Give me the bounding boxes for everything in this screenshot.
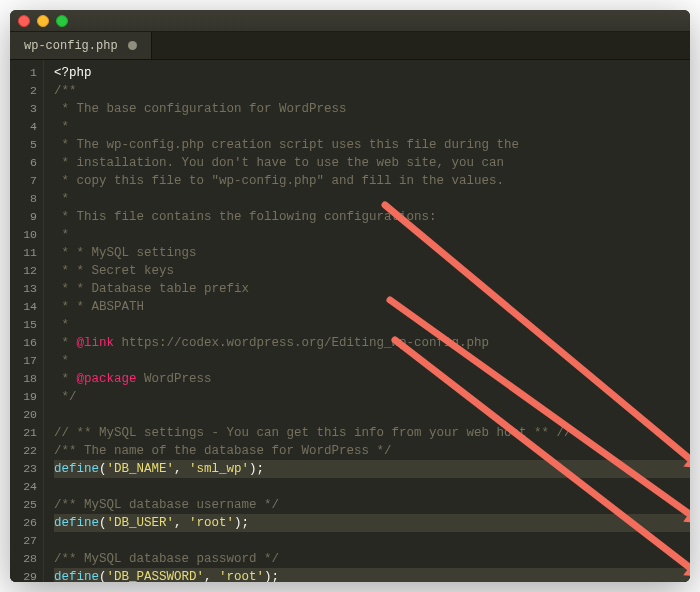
tab-bar: wp-config.php	[10, 32, 690, 60]
editor-area[interactable]: 1234567891011121314151617181920212223242…	[10, 60, 690, 582]
line-number: 3	[10, 100, 37, 118]
line-number: 2	[10, 82, 37, 100]
line-number: 1	[10, 64, 37, 82]
window-maximize-button[interactable]	[56, 15, 68, 27]
line-number: 12	[10, 262, 37, 280]
code-line: * * ABSPATH	[54, 298, 690, 316]
code-line: *	[54, 352, 690, 370]
code-line: /** The name of the database for WordPre…	[54, 442, 690, 460]
code-line: * @package WordPress	[54, 370, 690, 388]
line-number: 5	[10, 136, 37, 154]
code-line: * * MySQL settings	[54, 244, 690, 262]
line-number: 20	[10, 406, 37, 424]
line-number: 24	[10, 478, 37, 496]
line-number: 23	[10, 460, 37, 478]
tab-wp-config[interactable]: wp-config.php	[10, 32, 152, 59]
window-close-button[interactable]	[18, 15, 30, 27]
code-line: * The base configuration for WordPress	[54, 100, 690, 118]
line-number: 21	[10, 424, 37, 442]
code-line: *	[54, 190, 690, 208]
editor-window: wp-config.php 12345678910111213141516171…	[10, 10, 690, 582]
code-line: *	[54, 316, 690, 334]
line-number: 17	[10, 352, 37, 370]
line-number: 19	[10, 388, 37, 406]
line-number: 27	[10, 532, 37, 550]
line-number: 15	[10, 316, 37, 334]
line-number: 6	[10, 154, 37, 172]
dirty-indicator-icon	[128, 41, 137, 50]
code-line: define('DB_PASSWORD', 'root');	[54, 568, 690, 582]
tab-filename: wp-config.php	[24, 39, 118, 53]
line-number: 8	[10, 190, 37, 208]
code-line: * The wp-config.php creation script uses…	[54, 136, 690, 154]
code-line: */	[54, 388, 690, 406]
code-content[interactable]: <?php/** * The base configuration for Wo…	[44, 60, 690, 582]
code-line: // ** MySQL settings - You can get this …	[54, 424, 690, 442]
code-line: * @link https://codex.wordpress.org/Edit…	[54, 334, 690, 352]
line-number: 18	[10, 370, 37, 388]
line-number: 26	[10, 514, 37, 532]
line-number: 14	[10, 298, 37, 316]
code-line: define('DB_NAME', 'sml_wp');	[54, 460, 690, 478]
line-number: 4	[10, 118, 37, 136]
line-number: 10	[10, 226, 37, 244]
line-number: 16	[10, 334, 37, 352]
code-line	[54, 532, 690, 550]
line-number: 7	[10, 172, 37, 190]
line-number: 29	[10, 568, 37, 582]
line-number: 28	[10, 550, 37, 568]
code-line: * installation. You don't have to use th…	[54, 154, 690, 172]
code-line: * * Secret keys	[54, 262, 690, 280]
code-line: * This file contains the following confi…	[54, 208, 690, 226]
line-number: 11	[10, 244, 37, 262]
line-number: 22	[10, 442, 37, 460]
line-number: 25	[10, 496, 37, 514]
code-line: <?php	[54, 64, 690, 82]
code-line: * copy this file to "wp-config.php" and …	[54, 172, 690, 190]
window-titlebar	[10, 10, 690, 32]
code-line	[54, 478, 690, 496]
window-minimize-button[interactable]	[37, 15, 49, 27]
line-number: 13	[10, 280, 37, 298]
code-line: /** MySQL database password */	[54, 550, 690, 568]
line-number: 9	[10, 208, 37, 226]
code-line: *	[54, 226, 690, 244]
code-line	[54, 406, 690, 424]
code-line: * * Database table prefix	[54, 280, 690, 298]
code-line: /**	[54, 82, 690, 100]
code-line: *	[54, 118, 690, 136]
code-line: /** MySQL database username */	[54, 496, 690, 514]
line-number-gutter: 1234567891011121314151617181920212223242…	[10, 60, 44, 582]
code-line: define('DB_USER', 'root');	[54, 514, 690, 532]
